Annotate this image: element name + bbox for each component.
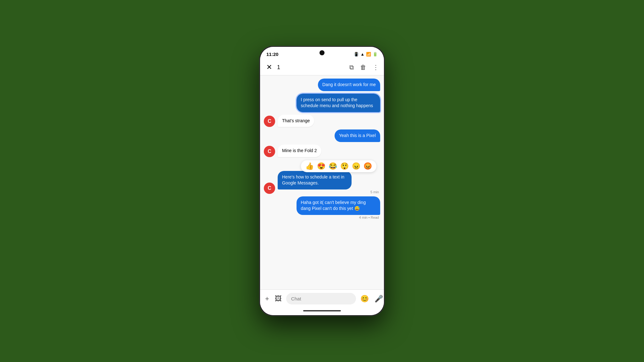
mic-button[interactable]: 🎤 [373,293,384,304]
reaction-bar: 👍 😍 😂 😲 😠 😡 [301,160,376,172]
image-button[interactable]: 🖼 [274,293,283,304]
message-row: Haha got it( can't believe my ding dang … [264,196,380,219]
selected-count: 1 [277,64,346,71]
action-bar-icons: ⧉ 🗑 ⋮ [349,63,379,71]
message-row: Yeah this is a Pixel [264,129,380,142]
message-row: C Here's how to schedule a text in Googl… [264,171,380,194]
phone-screen: 11:20 📳 ▲ 📶 🔋 ✕ 1 ⧉ 🗑 ⋮ [260,47,384,315]
signal-icon: 📶 [366,52,371,57]
reaction-angry[interactable]: 😠 [352,162,360,170]
phone-wrapper: 11:20 📳 ▲ 📶 🔋 ✕ 1 ⧉ 🗑 ⋮ [256,40,388,322]
reaction-heart-eyes[interactable]: 😍 [317,162,325,170]
home-bar [303,310,341,311]
more-button[interactable]: ⋮ [373,63,379,71]
message-bubble[interactable]: Here's how to schedule a text in Google … [278,171,352,189]
add-button[interactable]: + [264,293,270,304]
message-bubble-selected[interactable]: I press on send to pull up the schedule … [297,94,380,112]
avatar: C [264,183,275,194]
emoji-button[interactable]: 😊 [359,293,370,304]
status-icons: 📳 ▲ 📶 🔋 [354,52,378,57]
battery-icon: 🔋 [373,52,378,57]
delete-button[interactable]: 🗑 [360,64,366,71]
message-bubble[interactable]: Mine is the Fold 2 [278,145,321,157]
message-row: C Mine is the Fold 2 [264,145,380,157]
chat-area: Dang it doesn't work for me I press on s… [260,75,384,289]
status-time: 11:20 [266,52,278,57]
action-bar: ✕ 1 ⧉ 🗑 ⋮ [260,59,384,75]
home-indicator [260,308,384,315]
input-bar: + 🖼 😊 🎤 [260,289,384,308]
chat-input[interactable] [286,293,356,304]
message-row: C That's strange [264,115,380,127]
reaction-laugh[interactable]: 😂 [329,162,337,170]
message-row: Dang it doesn't work for me [264,79,380,91]
avatar: C [264,146,275,157]
message-bubble[interactable]: Haha got it( can't believe my ding dang … [297,196,380,215]
phone-frame: 11:20 📳 ▲ 📶 🔋 ✕ 1 ⧉ 🗑 ⋮ [259,46,385,316]
camera-notch [319,50,325,55]
avatar: C [264,116,275,127]
message-timestamp: 4 min • Read [359,216,379,219]
wifi-icon: ▲ [360,52,364,57]
message-bubble[interactable]: That's strange [278,115,314,127]
message-bubble[interactable]: Dang it doesn't work for me [318,79,380,91]
reaction-thumbsup[interactable]: 👍 [305,162,314,170]
close-button[interactable]: ✕ [265,62,273,73]
message-row-selected: I press on send to pull up the schedule … [264,94,380,112]
message-bubble[interactable]: Yeah this is a Pixel [335,129,380,142]
vibrate-icon: 📳 [354,52,359,57]
message-timestamp: 5 min [278,190,379,194]
reaction-rage[interactable]: 😡 [364,162,372,170]
reaction-wow[interactable]: 😲 [340,162,349,170]
copy-button[interactable]: ⧉ [349,64,354,71]
